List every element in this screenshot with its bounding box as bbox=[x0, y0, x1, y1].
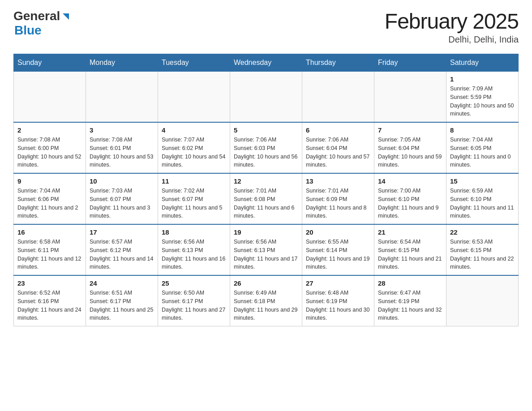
calendar-day-cell: 25Sunrise: 6:50 AMSunset: 6:17 PMDayligh… bbox=[158, 275, 230, 326]
day-info: Sunrise: 6:48 AMSunset: 6:19 PMDaylight:… bbox=[306, 289, 370, 322]
day-number: 15 bbox=[450, 177, 515, 185]
day-info: Sunrise: 7:01 AMSunset: 6:08 PMDaylight:… bbox=[234, 187, 298, 220]
calendar-day-cell: 23Sunrise: 6:52 AMSunset: 6:16 PMDayligh… bbox=[14, 275, 86, 326]
logo: General Blue bbox=[13, 9, 71, 38]
day-number: 2 bbox=[17, 126, 82, 134]
day-number: 26 bbox=[234, 279, 298, 287]
day-info: Sunrise: 7:09 AMSunset: 5:59 PMDaylight:… bbox=[450, 85, 515, 118]
weekday-header-tuesday: Tuesday bbox=[158, 54, 230, 72]
day-info: Sunrise: 7:04 AMSunset: 6:06 PMDaylight:… bbox=[17, 187, 82, 220]
calendar-week-row: 9Sunrise: 7:04 AMSunset: 6:06 PMDaylight… bbox=[14, 173, 519, 224]
day-number: 7 bbox=[378, 126, 442, 134]
day-number: 17 bbox=[90, 228, 154, 236]
calendar-day-cell: 7Sunrise: 7:05 AMSunset: 6:04 PMDaylight… bbox=[374, 122, 446, 173]
calendar-day-cell: 6Sunrise: 7:06 AMSunset: 6:04 PMDaylight… bbox=[302, 122, 374, 173]
calendar-day-cell: 4Sunrise: 7:07 AMSunset: 6:02 PMDaylight… bbox=[158, 122, 230, 173]
calendar-day-cell bbox=[230, 72, 302, 123]
calendar-day-cell: 2Sunrise: 7:08 AMSunset: 6:00 PMDaylight… bbox=[14, 122, 86, 173]
weekday-header-saturday: Saturday bbox=[446, 54, 519, 72]
calendar-table: SundayMondayTuesdayWednesdayThursdayFrid… bbox=[13, 54, 519, 326]
day-info: Sunrise: 6:54 AMSunset: 6:15 PMDaylight:… bbox=[378, 238, 442, 271]
day-info: Sunrise: 6:57 AMSunset: 6:12 PMDaylight:… bbox=[90, 238, 154, 271]
calendar-day-cell: 10Sunrise: 7:03 AMSunset: 6:07 PMDayligh… bbox=[86, 173, 158, 224]
day-info: Sunrise: 7:04 AMSunset: 6:05 PMDaylight:… bbox=[450, 136, 515, 169]
calendar-day-cell: 3Sunrise: 7:08 AMSunset: 6:01 PMDaylight… bbox=[86, 122, 158, 173]
day-number: 6 bbox=[306, 126, 370, 134]
calendar-day-cell: 19Sunrise: 6:56 AMSunset: 6:13 PMDayligh… bbox=[230, 224, 302, 275]
day-info: Sunrise: 7:08 AMSunset: 6:01 PMDaylight:… bbox=[90, 136, 154, 169]
day-info: Sunrise: 7:05 AMSunset: 6:04 PMDaylight:… bbox=[378, 136, 442, 169]
day-info: Sunrise: 6:53 AMSunset: 6:15 PMDaylight:… bbox=[450, 238, 515, 271]
weekday-header-sunday: Sunday bbox=[14, 54, 86, 72]
calendar-day-cell: 21Sunrise: 6:54 AMSunset: 6:15 PMDayligh… bbox=[374, 224, 446, 275]
day-info: Sunrise: 7:00 AMSunset: 6:10 PMDaylight:… bbox=[378, 187, 442, 220]
svg-marker-0 bbox=[63, 13, 69, 20]
calendar-day-cell bbox=[302, 72, 374, 123]
calendar-day-cell: 9Sunrise: 7:04 AMSunset: 6:06 PMDaylight… bbox=[14, 173, 86, 224]
day-info: Sunrise: 6:49 AMSunset: 6:18 PMDaylight:… bbox=[234, 289, 298, 322]
day-number: 21 bbox=[378, 228, 442, 236]
logo-triangle-icon bbox=[61, 12, 71, 21]
day-info: Sunrise: 6:56 AMSunset: 6:13 PMDaylight:… bbox=[234, 238, 298, 271]
calendar-day-cell: 17Sunrise: 6:57 AMSunset: 6:12 PMDayligh… bbox=[86, 224, 158, 275]
calendar-day-cell: 27Sunrise: 6:48 AMSunset: 6:19 PMDayligh… bbox=[302, 275, 374, 326]
calendar-location: Delhi, Delhi, India bbox=[385, 34, 519, 45]
calendar-day-cell: 11Sunrise: 7:02 AMSunset: 6:07 PMDayligh… bbox=[158, 173, 230, 224]
day-number: 5 bbox=[234, 126, 298, 134]
day-number: 11 bbox=[162, 177, 226, 185]
calendar-day-cell: 12Sunrise: 7:01 AMSunset: 6:08 PMDayligh… bbox=[230, 173, 302, 224]
calendar-day-cell: 24Sunrise: 6:51 AMSunset: 6:17 PMDayligh… bbox=[86, 275, 158, 326]
weekday-header-friday: Friday bbox=[374, 54, 446, 72]
calendar-week-row: 1Sunrise: 7:09 AMSunset: 5:59 PMDaylight… bbox=[14, 72, 519, 123]
day-number: 16 bbox=[17, 228, 82, 236]
calendar-day-cell: 26Sunrise: 6:49 AMSunset: 6:18 PMDayligh… bbox=[230, 275, 302, 326]
calendar-day-cell: 18Sunrise: 6:56 AMSunset: 6:13 PMDayligh… bbox=[158, 224, 230, 275]
calendar-day-cell: 1Sunrise: 7:09 AMSunset: 5:59 PMDaylight… bbox=[446, 72, 519, 123]
day-number: 13 bbox=[306, 177, 370, 185]
calendar-week-row: 16Sunrise: 6:58 AMSunset: 6:11 PMDayligh… bbox=[14, 224, 519, 275]
day-info: Sunrise: 7:07 AMSunset: 6:02 PMDaylight:… bbox=[162, 136, 226, 169]
weekday-header-thursday: Thursday bbox=[302, 54, 374, 72]
calendar-day-cell: 15Sunrise: 6:59 AMSunset: 6:10 PMDayligh… bbox=[446, 173, 519, 224]
calendar-day-cell: 14Sunrise: 7:00 AMSunset: 6:10 PMDayligh… bbox=[374, 173, 446, 224]
calendar-day-cell bbox=[158, 72, 230, 123]
weekday-header-wednesday: Wednesday bbox=[230, 54, 302, 72]
day-number: 28 bbox=[378, 279, 442, 287]
day-info: Sunrise: 7:02 AMSunset: 6:07 PMDaylight:… bbox=[162, 187, 226, 220]
calendar-day-cell: 5Sunrise: 7:06 AMSunset: 6:03 PMDaylight… bbox=[230, 122, 302, 173]
day-number: 25 bbox=[162, 279, 226, 287]
day-number: 14 bbox=[378, 177, 442, 185]
day-info: Sunrise: 6:52 AMSunset: 6:16 PMDaylight:… bbox=[17, 289, 82, 322]
day-info: Sunrise: 7:06 AMSunset: 6:03 PMDaylight:… bbox=[234, 136, 298, 169]
day-info: Sunrise: 7:06 AMSunset: 6:04 PMDaylight:… bbox=[306, 136, 370, 169]
calendar-day-cell bbox=[374, 72, 446, 123]
calendar-day-cell: 28Sunrise: 6:47 AMSunset: 6:19 PMDayligh… bbox=[374, 275, 446, 326]
day-info: Sunrise: 6:50 AMSunset: 6:17 PMDaylight:… bbox=[162, 289, 226, 322]
day-number: 1 bbox=[450, 75, 515, 83]
logo-general-text: General bbox=[13, 9, 60, 23]
calendar-header-row: SundayMondayTuesdayWednesdayThursdayFrid… bbox=[14, 54, 519, 72]
day-info: Sunrise: 6:58 AMSunset: 6:11 PMDaylight:… bbox=[17, 238, 82, 271]
calendar-day-cell bbox=[86, 72, 158, 123]
weekday-header-monday: Monday bbox=[86, 54, 158, 72]
day-info: Sunrise: 7:08 AMSunset: 6:00 PMDaylight:… bbox=[17, 136, 82, 169]
calendar-day-cell: 22Sunrise: 6:53 AMSunset: 6:15 PMDayligh… bbox=[446, 224, 519, 275]
day-number: 9 bbox=[17, 177, 82, 185]
day-number: 3 bbox=[90, 126, 154, 134]
day-number: 8 bbox=[450, 126, 515, 134]
calendar-week-row: 23Sunrise: 6:52 AMSunset: 6:16 PMDayligh… bbox=[14, 275, 519, 326]
day-number: 27 bbox=[306, 279, 370, 287]
calendar-day-cell: 8Sunrise: 7:04 AMSunset: 6:05 PMDaylight… bbox=[446, 122, 519, 173]
calendar-title: February 2025 bbox=[385, 9, 519, 34]
day-info: Sunrise: 6:51 AMSunset: 6:17 PMDaylight:… bbox=[90, 289, 154, 322]
day-number: 23 bbox=[17, 279, 82, 287]
calendar-day-cell bbox=[446, 275, 519, 326]
day-info: Sunrise: 6:47 AMSunset: 6:19 PMDaylight:… bbox=[378, 289, 442, 322]
day-number: 12 bbox=[234, 177, 298, 185]
day-info: Sunrise: 6:55 AMSunset: 6:14 PMDaylight:… bbox=[306, 238, 370, 271]
day-number: 20 bbox=[306, 228, 370, 236]
logo-blue-text: Blue bbox=[14, 23, 42, 37]
day-number: 19 bbox=[234, 228, 298, 236]
day-number: 24 bbox=[90, 279, 154, 287]
day-info: Sunrise: 6:59 AMSunset: 6:10 PMDaylight:… bbox=[450, 187, 515, 220]
